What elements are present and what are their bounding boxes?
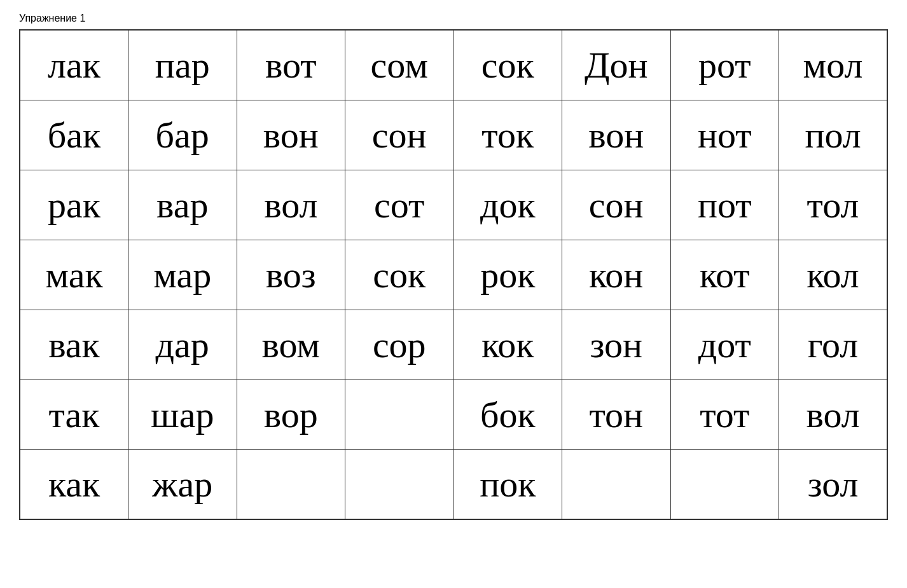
cell-1-5: вон [562,100,671,170]
cell-5-2: вор [237,379,345,449]
cell-0-6: рот [670,30,779,100]
table-row: такшарворбоктонтотвол [20,379,887,449]
cell-3-6: кот [670,240,779,310]
cell-2-1: вар [128,170,237,240]
cell-4-1: дар [128,310,237,379]
table-row: ракварволсотдоксонпоттол [20,170,887,240]
cell-1-4: ток [454,100,562,170]
cell-2-2: вол [237,170,345,240]
cell-1-3: сон [345,100,454,170]
cell-6-5 [562,449,671,519]
cell-5-6: тот [670,379,779,449]
cell-4-0: вак [20,310,128,379]
cell-6-1: жар [128,449,237,519]
word-table: лакпарвотсомсокДонротмолбакбарвонсонтокв… [19,29,888,520]
cell-2-0: рак [20,170,128,240]
cell-6-3 [345,449,454,519]
cell-6-4: пок [454,449,562,519]
cell-3-3: сок [345,240,454,310]
cell-1-1: бар [128,100,237,170]
cell-3-2: воз [237,240,345,310]
cell-3-5: кон [562,240,671,310]
cell-4-2: вом [237,310,345,379]
cell-0-2: вот [237,30,345,100]
cell-1-7: пол [779,100,888,170]
cell-3-7: кол [779,240,888,310]
cell-4-4: кок [454,310,562,379]
cell-3-1: мар [128,240,237,310]
cell-2-3: сот [345,170,454,240]
cell-2-4: док [454,170,562,240]
cell-2-6: пот [670,170,779,240]
cell-5-7: вол [779,379,888,449]
cell-3-4: рок [454,240,562,310]
cell-6-7: зол [779,449,888,519]
cell-0-0: лак [20,30,128,100]
cell-1-0: бак [20,100,128,170]
cell-5-4: бок [454,379,562,449]
cell-0-7: мол [779,30,888,100]
cell-2-7: тол [779,170,888,240]
cell-5-5: тон [562,379,671,449]
cell-6-6 [670,449,779,519]
page-title: Упражнение 1 [19,13,888,24]
cell-1-2: вон [237,100,345,170]
table-row: бакбарвонсонтоквоннотпол [20,100,887,170]
cell-0-5: Дон [562,30,671,100]
cell-0-3: сом [345,30,454,100]
cell-6-0: как [20,449,128,519]
cell-4-3: сор [345,310,454,379]
cell-0-4: сок [454,30,562,100]
table-row: какжарпокзол [20,449,887,519]
cell-1-6: нот [670,100,779,170]
table-row: вакдарвомсоркокзондотгол [20,310,887,379]
cell-4-7: гол [779,310,888,379]
table-row: макмарвозсокрокконкоткол [20,240,887,310]
cell-5-0: так [20,379,128,449]
cell-2-5: сон [562,170,671,240]
cell-4-6: дот [670,310,779,379]
cell-5-1: шар [128,379,237,449]
cell-5-3 [345,379,454,449]
table-row: лакпарвотсомсокДонротмол [20,30,887,100]
cell-3-0: мак [20,240,128,310]
cell-0-1: пар [128,30,237,100]
cell-6-2 [237,449,345,519]
cell-4-5: зон [562,310,671,379]
